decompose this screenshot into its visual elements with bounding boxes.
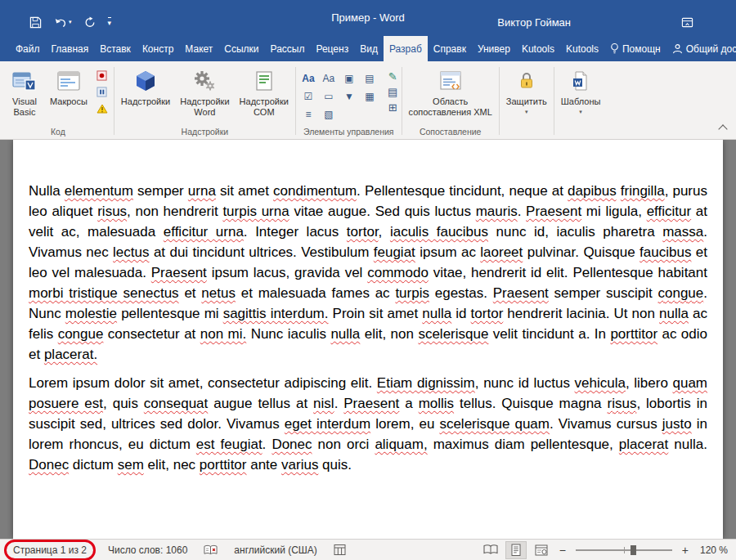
user-name[interactable]: Виктор Гойман	[497, 16, 571, 29]
macro-security-button[interactable]	[96, 102, 109, 114]
text-run: et malesuada fames ac	[236, 285, 395, 301]
group-controls-button[interactable]: ⊞	[388, 101, 397, 114]
date-picker-control-button[interactable]: ▦	[360, 87, 379, 105]
text-run: nulla.	[668, 437, 707, 452]
group-label-mapping: Сопоставление	[405, 126, 496, 139]
repeating-section-control-button[interactable]: ≡	[298, 105, 318, 123]
tab-файл[interactable]: Файл	[10, 36, 46, 61]
spellcheck-button[interactable]	[204, 544, 218, 556]
zoom-slider-center-notch	[624, 547, 625, 553]
misspelled-word: tortor	[471, 306, 504, 321]
text-run: Nulla	[29, 183, 65, 199]
customize-qat-button[interactable]: ▾	[108, 17, 112, 27]
misspelled-word: efficitur urna	[164, 224, 244, 240]
code-small-buttons	[93, 65, 111, 114]
group-label-protect	[502, 127, 551, 139]
pause-recording-button[interactable]	[96, 86, 109, 98]
misspelled-word: placerat	[619, 437, 668, 452]
ribbon-group-separator	[554, 67, 554, 135]
properties-button[interactable]: ▤	[388, 86, 397, 98]
visual-basic-button[interactable]: Visual Basic	[5, 65, 44, 126]
tab-kutools[interactable]: Kutools	[516, 36, 560, 61]
text-run: hendrerit lacinia. Ut non	[503, 306, 659, 321]
macros-button[interactable]: Макросы	[46, 65, 92, 126]
tab-вставк[interactable]: Вставк	[94, 36, 137, 61]
text-run: quis.	[318, 457, 352, 473]
read-mode-button[interactable]	[481, 542, 500, 558]
record-macro-button[interactable]	[96, 69, 109, 82]
tab-макет[interactable]: Макет	[179, 36, 218, 61]
zoom-slider[interactable]	[576, 549, 672, 551]
paragraph[interactable]: Lorem ipsum dolor sit amet, consectetur …	[29, 373, 707, 475]
misspelled-word: faucibus	[640, 244, 691, 260]
protect-button[interactable]: Защитить ▾	[502, 65, 551, 126]
tab-kutools[interactable]: Kutools	[560, 36, 604, 61]
web-layout-button[interactable]	[532, 542, 551, 558]
ribbon-display-options-button[interactable]	[681, 16, 693, 29]
misspelled-word: est feugiat	[196, 437, 263, 452]
text-run: et	[179, 285, 202, 301]
language-indicator[interactable]: английский (США)	[234, 544, 316, 556]
paragraph[interactable]: Nulla elementum semper urna sit amet con…	[29, 181, 707, 365]
zoom-in-button[interactable]: +	[680, 544, 691, 557]
document-page[interactable]: Nulla elementum semper urna sit amet con…	[13, 140, 723, 539]
group-label-addins: Надстройки	[117, 126, 293, 139]
zoom-slider-thumb[interactable]	[631, 545, 636, 555]
misspelled-word: commodo	[367, 265, 429, 280]
text-run: id	[451, 306, 470, 321]
templates-button[interactable]: Шаблоны ▾	[557, 65, 605, 126]
text-run: non orci	[312, 437, 375, 452]
dropdown-list-control-button[interactable]: ▼	[339, 87, 359, 105]
text-run: mi ligula,	[581, 204, 646, 219]
text-run: maximus diam pellentesque,	[428, 437, 619, 452]
save-button[interactable]	[29, 16, 42, 29]
text-run: ,	[379, 224, 390, 240]
text-run: pellentesque mi	[117, 306, 223, 321]
building-block-control-button[interactable]: ▤	[360, 69, 379, 87]
checkbox-control-button[interactable]: ☑	[298, 87, 318, 105]
tab-констр[interactable]: Констр	[137, 36, 179, 61]
page-indicator[interactable]: Страница 1 из 2	[8, 544, 92, 557]
text-run: Lorem ipsum dolor sit amet, consectetur …	[29, 375, 377, 391]
page-indicator-label: Страница 1 из 2	[13, 544, 87, 556]
com-addins-button[interactable]: Надстройки COM	[236, 65, 293, 126]
rich-text-control-button[interactable]: Aa	[298, 69, 318, 87]
status-grid-icon[interactable]	[334, 544, 346, 556]
ribbon-group-separator	[295, 67, 296, 135]
plain-text-control-button[interactable]: Aa	[319, 69, 339, 87]
redo-button[interactable]	[84, 16, 96, 28]
spellcheck-book-icon	[204, 544, 218, 556]
tab-разраб[interactable]: Разраб	[384, 36, 428, 61]
legacy-tools-button[interactable]: ▧	[319, 105, 339, 123]
text-run: egestas.	[429, 285, 493, 301]
zoom-out-button[interactable]: −	[557, 544, 568, 557]
document-content[interactable]: Nulla elementum semper urna sit amet con…	[29, 181, 707, 475]
tab-универ[interactable]: Универ	[472, 36, 516, 61]
tab-справк[interactable]: Справк	[428, 36, 472, 61]
zoom-level[interactable]: 120 %	[697, 544, 728, 556]
undo-button[interactable]: ▾	[54, 17, 72, 28]
tab-вид[interactable]: Вид	[354, 36, 384, 61]
design-mode-button[interactable]: ✎	[388, 70, 397, 83]
tab-главная[interactable]: Главная	[46, 36, 95, 61]
undo-dropdown-arrow[interactable]: ▾	[69, 19, 72, 25]
print-layout-icon	[510, 544, 522, 557]
tab-рассыл[interactable]: Рассыл	[265, 36, 311, 61]
tab-ссылки[interactable]: Ссылки	[218, 36, 264, 61]
word-count[interactable]: Число слов: 1060	[108, 544, 187, 556]
picture-control-button[interactable]: ▣	[339, 69, 359, 87]
tab-assistant[interactable]: Помощн	[604, 36, 666, 61]
tab-реценз[interactable]: Реценз	[310, 36, 354, 61]
addins-button[interactable]: Надстройки	[117, 65, 174, 126]
save-icon	[29, 16, 42, 29]
tab-share[interactable]: Общий доступ	[666, 36, 736, 61]
statusbar-right: − + 120 %	[481, 542, 728, 558]
text-run: elit, non	[360, 326, 418, 342]
word-addins-button[interactable]: Надстройки Word	[176, 65, 233, 126]
misspelled-word: consequat	[144, 396, 208, 411]
misspelled-word: placerat.	[44, 347, 97, 362]
print-layout-button[interactable]	[506, 542, 526, 558]
combo-box-control-button[interactable]: ▭	[319, 87, 339, 105]
xml-mapping-pane-button[interactable]: Область сопоставления XML	[405, 65, 496, 126]
text-run: elit, nec	[144, 457, 200, 473]
